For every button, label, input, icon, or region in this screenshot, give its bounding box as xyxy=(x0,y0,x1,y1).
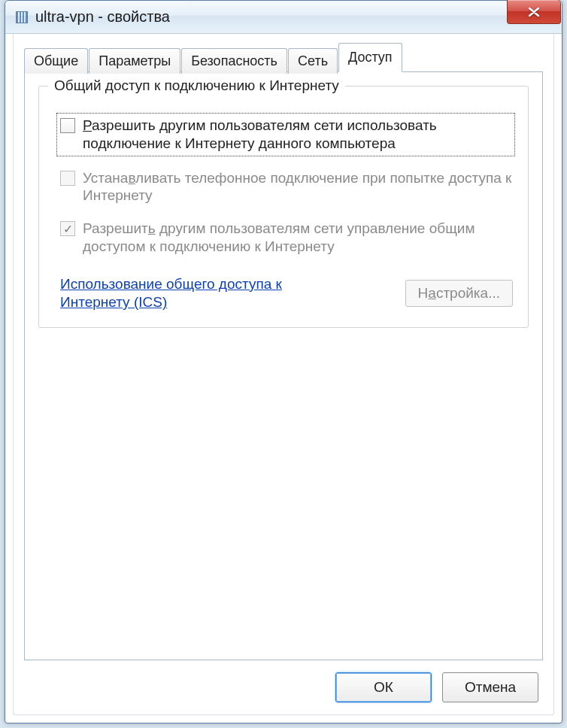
titlebar[interactable]: ultra-vpn - свойства xyxy=(5,1,562,34)
tab-security[interactable]: Безопасность xyxy=(181,48,287,74)
close-button[interactable] xyxy=(507,0,561,24)
checkbox-icon: ✓ xyxy=(60,221,75,236)
checkbox-allow-others[interactable]: Разрешить другим пользователям сети испо… xyxy=(59,115,513,154)
link-row: Использование общего доступа к Интернету… xyxy=(54,275,513,312)
tab-general[interactable]: Общие xyxy=(24,48,88,74)
checkbox-label: Разрешить другим пользователям сети упра… xyxy=(83,220,513,256)
tab-options[interactable]: Параметры xyxy=(89,48,180,74)
checkbox-icon xyxy=(60,118,75,133)
ics-help-link[interactable]: Использование общего доступа к Интернету… xyxy=(60,275,331,312)
tab-sharing[interactable]: Доступ xyxy=(338,43,402,72)
app-icon xyxy=(16,11,28,23)
client-area: Общие Параметры Безопасность Сеть Доступ… xyxy=(13,34,554,715)
tab-strip: Общие Параметры Безопасность Сеть Доступ xyxy=(24,43,543,72)
settings-button: Настройка... xyxy=(405,280,513,307)
window-title: ultra-vpn - свойства xyxy=(35,8,170,26)
dialog-footer: ОК Отмена xyxy=(24,660,543,704)
checkbox-allow-control: ✓ Разрешить другим пользователям сети уп… xyxy=(60,220,513,256)
ok-button[interactable]: ОК xyxy=(335,672,432,702)
checkbox-establish-dialup: Устанавливать телефонное подключение при… xyxy=(60,169,513,205)
group-internet-sharing: Общий доступ к подключению к Интернету Р… xyxy=(38,86,529,328)
close-icon xyxy=(527,7,541,17)
properties-dialog: ultra-vpn - свойства Общие Параметры Без… xyxy=(5,0,562,723)
checkbox-label: Разрешить другим пользователям сети испо… xyxy=(83,117,511,153)
checkbox-label: Устанавливать телефонное подключение при… xyxy=(83,169,513,205)
tab-networking[interactable]: Сеть xyxy=(288,48,338,74)
group-title: Общий доступ к подключению к Интернету xyxy=(48,77,345,94)
cancel-button[interactable]: Отмена xyxy=(442,672,538,702)
tab-page-sharing: Общий доступ к подключению к Интернету Р… xyxy=(24,71,543,660)
checkbox-icon xyxy=(60,171,75,186)
